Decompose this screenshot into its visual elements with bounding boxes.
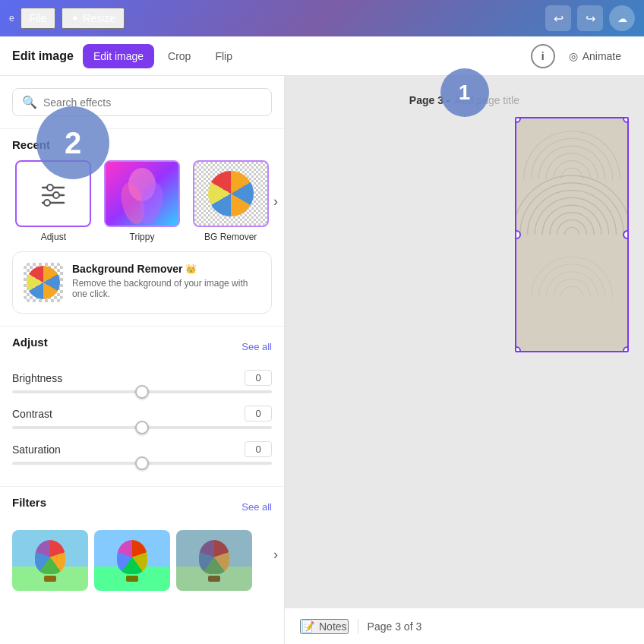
notes-button[interactable]: 📝 Notes — [300, 619, 349, 634]
search-icon: 🔍 — [22, 95, 37, 109]
adjust-see-all-link[interactable]: See all — [242, 341, 272, 352]
brightness-slider-row: Brightness 0 — [12, 370, 272, 393]
sand-image-svg — [516, 118, 627, 351]
undo-button[interactable]: ↩ — [545, 5, 571, 31]
tab-crop[interactable]: Crop — [157, 44, 201, 68]
tab-flip[interactable]: Flip — [204, 44, 243, 68]
brightness-thumb[interactable] — [135, 385, 149, 399]
brightness-track[interactable] — [12, 390, 272, 393]
effects-grid: Adjust — [12, 160, 272, 242]
beach-ball-icon — [208, 171, 254, 216]
bgremover-thumbnail — [193, 160, 269, 227]
balloon-shape-2 — [117, 540, 147, 582]
animate-button[interactable]: ◎ Animate — [558, 44, 632, 68]
svg-rect-10 — [516, 120, 627, 349]
saturation-label-row: Saturation 0 — [12, 441, 272, 457]
adjust-section: Adjust See all Brightness 0 Contrast 0 — [0, 326, 284, 486]
bg-remover-card-thumb — [24, 263, 63, 302]
adjust-thumbnail — [15, 160, 91, 227]
brightness-label-row: Brightness 0 — [12, 370, 272, 386]
bg-remover-info: Background Remover 👑 Remove the backgrou… — [72, 263, 260, 299]
bottom-bar: 📝 Notes Page 3 of 3 — [285, 608, 644, 644]
bottom-divider — [358, 619, 358, 634]
svg-point-3 — [53, 192, 59, 198]
tab-edit-image[interactable]: Edit image — [83, 44, 154, 68]
main-layout: 🔍 Recent — [0, 76, 644, 644]
filters-section: Filters See all — [0, 486, 284, 600]
adjust-label: Adjust — [41, 232, 66, 242]
page-title-bar: Page 3 - Add page title — [409, 94, 519, 106]
balloon-body-1 — [35, 540, 65, 574]
top-toolbar: e File ✦ Resize ↩ ↪ ☁ — [0, 0, 644, 36]
filters-grid: › — [12, 530, 272, 591]
adjust-sliders-icon — [39, 180, 67, 207]
bg-remover-description: Remove the background of your image with… — [72, 278, 260, 299]
page-title-add[interactable]: Add page title — [455, 94, 520, 106]
adjust-section-title: Adjust — [12, 336, 48, 349]
effect-item-trippy[interactable]: Trippy — [101, 160, 184, 242]
filters-header: Filters See all — [12, 496, 272, 518]
filter-item-2[interactable] — [94, 530, 170, 591]
contrast-track[interactable] — [12, 426, 272, 429]
trippy-label: Trippy — [130, 232, 155, 242]
resize-icon: ✦ — [71, 12, 80, 24]
bg-remover-title: Background Remover — [72, 263, 182, 275]
saturation-value: 0 — [245, 441, 272, 457]
balloon-shape-1 — [35, 540, 65, 582]
handle-bottom-right[interactable] — [623, 346, 629, 352]
page-label: Page 3 - — [409, 94, 450, 106]
undo-icon: ↩ — [554, 11, 564, 26]
filter-thumb-1 — [12, 530, 88, 591]
canvas-area: 1 Page 3 - Add page title — [285, 76, 644, 644]
balloon-shape-3 — [199, 540, 229, 582]
balloon-body-2 — [117, 540, 147, 574]
effect-item-adjust[interactable]: Adjust — [12, 160, 95, 242]
search-input[interactable] — [43, 96, 262, 109]
brand-logo: e — [9, 13, 14, 24]
canvas-content: Page 3 - Add page title — [285, 76, 644, 608]
animate-icon: ◎ — [569, 50, 578, 62]
filter-item-1[interactable] — [12, 530, 88, 591]
left-panel: 🔍 Recent — [0, 76, 285, 644]
save-to-cloud-button[interactable]: ☁ — [609, 5, 635, 31]
redo-button[interactable]: ↪ — [577, 5, 603, 31]
trippy-thumbnail — [104, 160, 180, 227]
handle-middle-right[interactable] — [623, 230, 629, 239]
secondary-toolbar: Edit image Edit image Crop Flip i ◎ Anim… — [0, 36, 644, 76]
canvas-image-area — [515, 117, 629, 352]
cloud-icon: ☁ — [617, 13, 627, 24]
contrast-thumb[interactable] — [135, 421, 149, 434]
trippy-image-icon — [106, 162, 178, 226]
effects-scroll-right-icon[interactable]: › — [273, 194, 278, 210]
filters-scroll-right-icon[interactable]: › — [273, 547, 278, 563]
file-menu-button[interactable]: File — [21, 8, 56, 29]
redo-icon: ↪ — [586, 11, 595, 26]
svg-point-1 — [47, 185, 53, 191]
saturation-slider-row: Saturation 0 — [12, 441, 272, 465]
filter-thumb-3 — [176, 530, 252, 591]
contrast-value: 0 — [245, 406, 272, 421]
crown-icon: 👑 — [185, 264, 197, 274]
recent-label: Recent — [12, 138, 272, 151]
info-icon: i — [541, 50, 545, 62]
notes-icon: 📝 — [301, 620, 314, 633]
balloon-basket-3 — [208, 576, 220, 582]
saturation-track[interactable] — [12, 462, 272, 465]
bg-remover-card[interactable]: Background Remover 👑 Remove the backgrou… — [12, 251, 272, 314]
bg-remover-ball-icon — [27, 266, 60, 299]
filters-see-all-link[interactable]: See all — [242, 501, 272, 513]
brightness-value: 0 — [245, 370, 272, 386]
page-info: Page 3 of 3 — [368, 620, 422, 633]
panel-title: Edit image — [12, 49, 74, 63]
saturation-thumb[interactable] — [135, 456, 149, 470]
resize-button[interactable]: ✦ Resize — [62, 8, 125, 29]
effect-item-bgremover[interactable]: BG Remover — [189, 160, 272, 242]
balloon-body-3 — [199, 540, 229, 574]
search-wrapper[interactable]: 🔍 — [12, 88, 272, 116]
info-button[interactable]: i — [531, 44, 555, 68]
balloon-basket-2 — [126, 576, 138, 582]
adjust-header: Adjust See all — [12, 336, 272, 358]
canvas-image[interactable] — [515, 117, 629, 352]
notes-label: Notes — [319, 620, 347, 633]
filter-item-3[interactable] — [176, 530, 252, 591]
